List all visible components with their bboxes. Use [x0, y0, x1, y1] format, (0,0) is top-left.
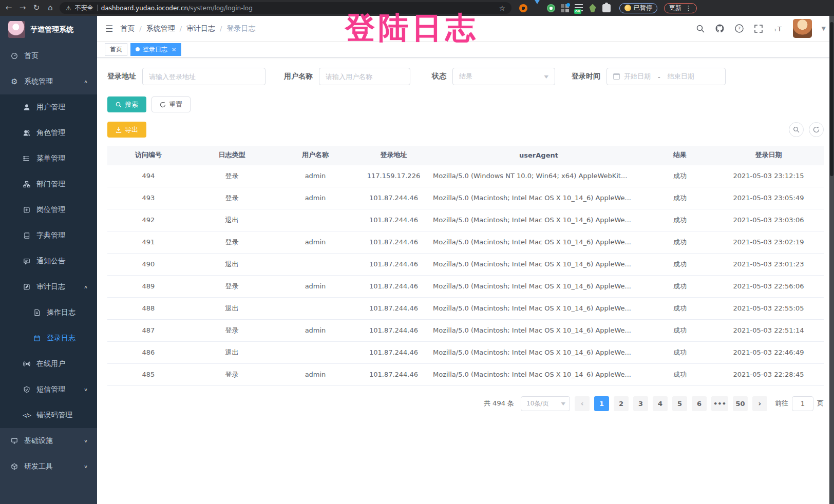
page-button-3[interactable]: 3 — [633, 396, 648, 411]
status-label: 状态 — [432, 72, 446, 81]
search-button[interactable]: 搜索 — [107, 96, 146, 112]
toggle-search-button[interactable] — [789, 122, 804, 137]
page-size-select[interactable]: 10条/页 ▼ — [521, 396, 570, 411]
sidebar-item-首页[interactable]: 首页 — [0, 43, 97, 69]
font-size-icon[interactable]: тT — [773, 24, 783, 33]
refresh-table-button[interactable] — [809, 122, 824, 137]
breadcrumb-item-系统管理[interactable]: 系统管理 — [146, 24, 175, 33]
tag-登录日志[interactable]: 登录日志× — [130, 43, 181, 56]
address-bar[interactable]: ⚠ 不安全 dashboard.yudao.iocoder.cn/system/… — [60, 2, 511, 14]
sidebar-item-在线用户[interactable]: 在线用户 — [0, 351, 97, 377]
fullscreen-icon[interactable] — [754, 24, 763, 33]
cell-日志类型: 退出 — [189, 341, 274, 363]
help-icon[interactable]: ? — [734, 24, 744, 33]
more-pages-button[interactable]: ••• — [711, 396, 728, 411]
update-button[interactable]: 更新 ⋮ — [664, 3, 697, 13]
cell-用户名称: admin — [274, 363, 356, 385]
page-content: 登录地址 用户名称 状态 结果 ▼ 登录时间 开始日期 - — [97, 57, 834, 504]
scrollbar[interactable] — [829, 16, 834, 504]
sidebar-toggle-icon[interactable]: ☰ — [105, 24, 113, 34]
grid-extension-icon[interactable] — [561, 4, 569, 12]
sidebar-item-系统管理[interactable]: ⚙系统管理∧ — [0, 69, 97, 94]
home-icon[interactable]: ⌂ — [46, 4, 55, 12]
tag-首页[interactable]: 首页 — [105, 43, 127, 56]
page-button-4[interactable]: 4 — [653, 396, 668, 411]
list-extension-icon[interactable]: on — [575, 4, 583, 12]
page-button-5[interactable]: 5 — [672, 396, 687, 411]
browser-menu-icon[interactable]: ⋮ — [685, 4, 692, 12]
sidebar-item-操作日志[interactable]: 操作日志 — [0, 300, 97, 325]
close-icon[interactable]: × — [172, 46, 176, 53]
cell-访问编号: 493 — [107, 187, 189, 209]
cell-日志类型: 登录 — [189, 165, 274, 187]
cell-用户名称 — [274, 209, 356, 231]
sidebar-item-角色管理[interactable]: 角色管理 — [0, 120, 97, 146]
sidebar-item-部门管理[interactable]: 部门管理 — [0, 171, 97, 197]
sidebar-item-label: 在线用户 — [36, 359, 65, 369]
cell-日志类型: 登录 — [189, 363, 274, 385]
app-logo-row: 芋道管理系统 — [0, 16, 97, 43]
status-select[interactable]: 结果 ▼ — [452, 68, 555, 85]
breadcrumb-item-审计日志[interactable]: 审计日志 — [186, 24, 215, 33]
username-input[interactable] — [319, 68, 410, 85]
cell-日志类型: 退出 — [189, 297, 274, 319]
sidebar-item-审计日志[interactable]: 审计日志∧ — [0, 274, 97, 300]
cell-登录地址: 101.87.244.46 — [356, 253, 431, 275]
back-icon[interactable]: ← — [4, 4, 13, 12]
page-button-6[interactable]: 6 — [692, 396, 707, 411]
chevron-up-icon: ∧ — [84, 79, 88, 84]
profile-paused-badge[interactable]: 已暂停 — [619, 3, 657, 13]
cell-userAgent: Mozilla/5.0 (Macintosh; Intel Mac OS X 1… — [431, 187, 647, 209]
page-button-2[interactable]: 2 — [614, 396, 629, 411]
scrollbar-thumb[interactable] — [830, 22, 833, 176]
plant-extension-icon[interactable] — [589, 4, 597, 12]
bookmark-star-icon[interactable]: ☆ — [499, 4, 505, 12]
sidebar-item-基础设施[interactable]: 基础设施∨ — [0, 428, 97, 454]
sidebar: 芋道管理系统 首页⚙系统管理∧用户管理角色管理菜单管理部门管理岗位管理字典管理通… — [0, 16, 97, 504]
export-button[interactable]: 导出 — [107, 122, 146, 138]
breadcrumb-separator: / — [139, 25, 141, 32]
breadcrumb-item-首页[interactable]: 首页 — [120, 24, 135, 33]
forward-icon[interactable]: → — [18, 4, 27, 12]
page-button-50[interactable]: 50 — [733, 396, 748, 411]
sidebar-item-菜单管理[interactable]: 菜单管理 — [0, 146, 97, 171]
cell-登录地址: 101.87.244.46 — [356, 231, 431, 253]
sidebar-item-通知公告[interactable]: 通知公告 — [0, 248, 97, 274]
page-button-1[interactable]: 1 — [594, 396, 609, 411]
cell-登录地址: 117.159.17.226 — [356, 165, 431, 187]
total-count: 共 494 条 — [484, 399, 514, 408]
login-address-input[interactable] — [142, 68, 266, 85]
pagination: 共 494 条 10条/页 ▼ ‹ 123456•••50 › 前往 页 — [107, 396, 824, 411]
sidebar-item-研发工具[interactable]: 研发工具∨ — [0, 454, 97, 479]
sidebar-item-短信管理[interactable]: 短信管理∨ — [0, 377, 97, 402]
cell-访问编号: 488 — [107, 297, 189, 319]
tag-label: 登录日志 — [143, 45, 167, 54]
sidebar-item-登录日志[interactable]: 登录日志 — [0, 325, 97, 351]
cell-userAgent: Mozilla/5.0 (Macintosh; Intel Mac OS X 1… — [431, 209, 647, 231]
sidebar-item-用户管理[interactable]: 用户管理 — [0, 94, 97, 120]
orange-extension-icon[interactable] — [519, 4, 527, 12]
sms-icon — [23, 386, 31, 393]
reset-button[interactable]: 重置 — [151, 96, 191, 112]
sidebar-item-字典管理[interactable]: 字典管理 — [0, 223, 97, 248]
next-page-button[interactable]: › — [752, 396, 767, 411]
table-body: 494登录admin117.159.17.226Mozilla/5.0 (Win… — [107, 165, 824, 385]
sidebar-item-错误码管理[interactable]: </>错误码管理 — [0, 402, 97, 428]
app-logo — [8, 21, 25, 38]
gem-extension-icon[interactable] — [533, 4, 541, 12]
github-icon[interactable] — [715, 24, 725, 33]
green-extension-icon[interactable] — [547, 4, 555, 12]
browser-chrome: ← → ↻ ⌂ ⚠ 不安全 dashboard.yudao.iocoder.cn… — [0, 0, 834, 16]
prev-page-button[interactable]: ‹ — [575, 396, 590, 411]
goto-page-input[interactable] — [792, 396, 813, 411]
sidebar-item-岗位管理[interactable]: 岗位管理 — [0, 197, 97, 223]
date-range-picker[interactable]: 开始日期 - 结束日期 — [606, 68, 726, 85]
user-avatar[interactable] — [793, 19, 812, 38]
puzzle-extensions-icon[interactable] — [602, 4, 611, 12]
cell-用户名称: admin — [274, 187, 356, 209]
search-icon[interactable] — [696, 24, 705, 33]
chevron-down-icon[interactable]: ▼ — [822, 25, 826, 32]
reload-icon[interactable]: ↻ — [32, 4, 41, 12]
svg-text:т: т — [774, 27, 776, 32]
emoji-avatar-icon — [624, 5, 631, 11]
